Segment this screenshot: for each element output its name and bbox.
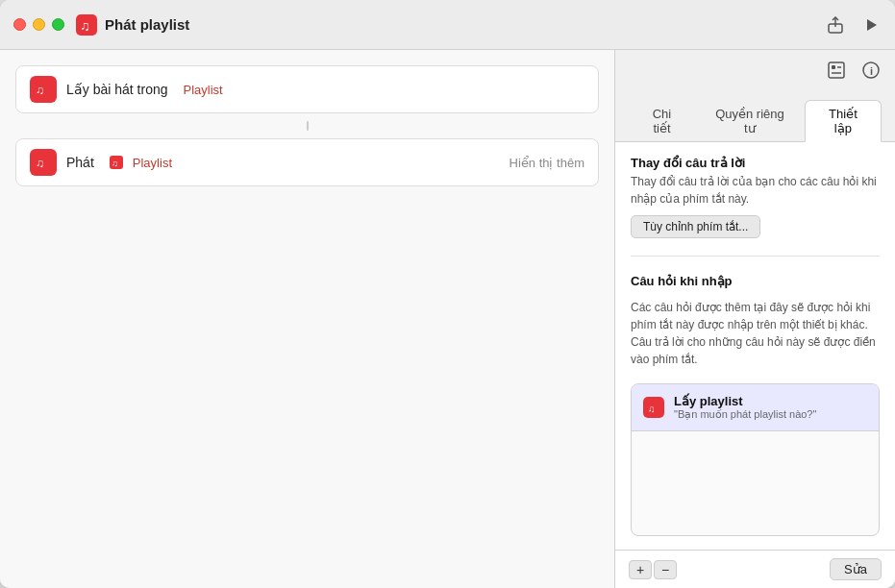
tab-content-thiet-lap: Thay đổi câu trả lời Thay đổi câu trả lờ… (615, 142, 895, 550)
question-item-playlist[interactable]: ♫ Lấy playlist "Bạn muốn phát playlist n… (632, 384, 879, 431)
section-thay-doi-title: Thay đổi câu trả lời (631, 156, 880, 170)
play-button[interactable] (862, 15, 882, 35)
playlist-badge-icon: ♫ (110, 156, 123, 169)
question-item-icon: ♫ (643, 397, 664, 418)
edit-button[interactable]: Sửa (830, 558, 882, 580)
tab-thiet-lap[interactable]: Thiết lập (805, 100, 882, 142)
get-songs-icon: ♫ (30, 76, 57, 103)
get-songs-row[interactable]: ♫ Lấy bài hát trong Playlist (15, 65, 599, 113)
window-title: Phát playlist (105, 16, 826, 33)
section-thay-doi-desc: Thay đổi câu trả lời của bạn cho các câu… (631, 173, 880, 208)
info-icon-button[interactable]: i (860, 60, 882, 81)
titlebar-actions (826, 15, 882, 35)
svg-text:i: i (870, 65, 873, 77)
section-thay-doi: Thay đổi câu trả lời Thay đổi câu trả lờ… (631, 156, 880, 238)
question-item-subtitle: "Bạn muốn phát playlist nào?" (674, 408, 816, 421)
tab-chi-tiet[interactable]: Chi tiết (629, 101, 695, 141)
question-list: ♫ Lấy playlist "Bạn muốn phát playlist n… (631, 383, 880, 536)
tab-quyen-rieng-tu[interactable]: Quyền riêng tư (697, 101, 803, 141)
svg-text:♫: ♫ (36, 157, 44, 170)
left-panel: ♫ Lấy bài hát trong Playlist ♫ Phát ♫ (0, 50, 615, 588)
section-cau-hoi-desc: Các câu hỏi được thêm tại đây sẽ được hỏ… (631, 299, 880, 368)
svg-text:♫: ♫ (80, 18, 90, 34)
play-row-more: Hiển thị thêm (510, 156, 584, 170)
question-item-text: Lấy playlist "Bạn muốn phát playlist nào… (674, 394, 816, 421)
play-row[interactable]: ♫ Phát ♫ Playlist Hiển thị thêm (15, 138, 599, 186)
gallery-icon-button[interactable] (826, 60, 847, 81)
minimize-button[interactable] (33, 18, 45, 31)
add-question-button[interactable]: + (629, 560, 652, 579)
section-divider-1 (631, 256, 880, 257)
svg-marker-3 (867, 19, 877, 31)
right-header-icons: i (615, 50, 895, 90)
traffic-lights (13, 18, 64, 31)
main-window: ♫ Phát playlist ♫ (0, 0, 895, 588)
row-divider (15, 121, 599, 131)
svg-text:♫: ♫ (112, 159, 118, 168)
play-row-label: Phát (66, 155, 94, 170)
content-area: ♫ Lấy bài hát trong Playlist ♫ Phát ♫ (0, 50, 895, 588)
section-cau-hoi-title: Câu hỏi khi nhập (631, 274, 880, 288)
divider-line (307, 121, 309, 131)
play-row-icon: ♫ (30, 149, 57, 176)
svg-rect-8 (829, 62, 844, 78)
bottom-bar: + − Sửa (615, 550, 895, 588)
app-icon: ♫ (76, 14, 97, 36)
customize-shortcut-button[interactable]: Tùy chỉnh phím tắt... (631, 215, 760, 238)
remove-question-button[interactable]: − (654, 560, 677, 579)
section-cau-hoi: Câu hỏi khi nhập Các câu hỏi được thêm t… (631, 274, 880, 536)
share-button[interactable] (826, 15, 845, 35)
svg-text:♫: ♫ (36, 84, 44, 97)
get-songs-tag: Playlist (184, 83, 223, 97)
close-button[interactable] (13, 18, 26, 31)
svg-text:♫: ♫ (648, 404, 656, 414)
get-songs-label: Lấy bài hát trong (66, 82, 168, 97)
question-item-title: Lấy playlist (674, 394, 816, 408)
maximize-button[interactable] (52, 18, 64, 31)
right-panel: i Chi tiết Quyền riêng tư Thiết lập Thay… (615, 50, 895, 588)
svg-rect-9 (832, 65, 835, 69)
tabs-bar: Chi tiết Quyền riêng tư Thiết lập (615, 90, 895, 142)
titlebar: ♫ Phát playlist (0, 0, 895, 50)
play-row-tag: Playlist (133, 156, 172, 170)
